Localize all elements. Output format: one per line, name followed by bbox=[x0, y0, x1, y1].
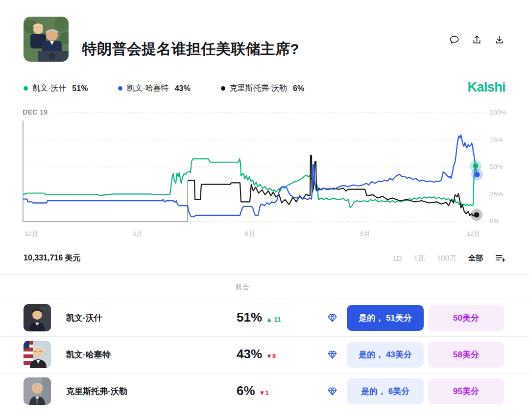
legend-dot-blue bbox=[118, 86, 122, 91]
chart-legend: 凯文·沃什 51% 凯文·哈塞特 43% 克里斯托弗·沃勒 6% bbox=[24, 83, 304, 93]
hassett-avatar bbox=[24, 341, 51, 368]
gem-icon[interactable] bbox=[327, 350, 337, 360]
comment-icon[interactable] bbox=[448, 33, 460, 46]
gem-icon[interactable] bbox=[327, 386, 337, 397]
legend-item-hassett[interactable]: 凯文·哈塞特 43% bbox=[118, 83, 190, 93]
legend-label: 凯文·沃什 bbox=[32, 83, 66, 93]
waller-avatar bbox=[24, 377, 51, 405]
market-row-waller[interactable]: 克里斯托弗·沃勒 6% ▼1 是的， 6美分 95美分 bbox=[0, 373, 529, 410]
divider bbox=[0, 410, 529, 410]
probability-value: 43% bbox=[237, 347, 262, 362]
share-icon[interactable] bbox=[470, 33, 483, 46]
probability-value: 6% bbox=[237, 383, 255, 398]
candidate-name: 凯文·沃什 bbox=[66, 312, 102, 324]
legend-dot-green bbox=[24, 86, 28, 91]
gem-icon[interactable] bbox=[327, 313, 337, 323]
price-chart-svg bbox=[0, 105, 529, 245]
trump-powell-photo bbox=[24, 17, 69, 62]
buy-yes-button[interactable]: 是的， 6美分 bbox=[347, 378, 424, 404]
legend-pct: 6% bbox=[293, 84, 304, 93]
legend-dot-black bbox=[221, 86, 225, 91]
odds-group: 6% ▼1 bbox=[237, 383, 269, 398]
legend-item-waller[interactable]: 克里斯托弗·沃勒 6% bbox=[221, 83, 304, 93]
legend-pct: 51% bbox=[72, 84, 88, 93]
candidate-name: 克里斯托弗·沃勒 bbox=[66, 386, 127, 397]
market-row-warsh[interactable]: 凯文·沃什 51% ▲ 11 是的， 51美分 50美分 bbox=[0, 300, 529, 336]
candidate-name: 凯文·哈塞特 bbox=[66, 349, 111, 360]
probability-delta: ▼6 bbox=[266, 352, 276, 360]
legend-pct: 43% bbox=[175, 84, 191, 93]
price-chart[interactable]: DEC 19 100%75%50%25%0% 12月3月6月9月12月 bbox=[0, 105, 529, 245]
download-icon[interactable] bbox=[493, 33, 505, 46]
page-title: 特朗普会提名谁担任美联储主席? bbox=[82, 39, 299, 59]
divider bbox=[0, 274, 529, 275]
probability-delta: ▼1 bbox=[259, 389, 269, 397]
odds-group: 43% ▼6 bbox=[237, 347, 276, 362]
buy-no-button[interactable]: 50美分 bbox=[428, 305, 504, 331]
legend-item-warsh[interactable]: 凯文·沃什 51% bbox=[24, 83, 88, 93]
range-option-1m[interactable]: 100万 bbox=[437, 254, 457, 263]
range-selector: 1D 1瓦 100万 全部 bbox=[392, 253, 505, 263]
header-actions bbox=[448, 33, 505, 46]
kalshi-logo: Kalshi bbox=[468, 80, 505, 95]
buy-yes-button[interactable]: 是的， 43美分 bbox=[347, 342, 424, 368]
volume-total: 10,331,716 美元 bbox=[24, 253, 81, 263]
warsh-avatar bbox=[24, 304, 51, 331]
buy-no-button[interactable]: 58美分 bbox=[428, 342, 504, 368]
range-option-1d[interactable]: 1D bbox=[392, 254, 402, 262]
range-option-1w[interactable]: 1瓦 bbox=[414, 254, 425, 263]
chart-settings-icon[interactable] bbox=[495, 253, 505, 263]
market-row-hassett[interactable]: 凯文·哈塞特 43% ▼6 是的， 43美分 58美分 bbox=[0, 336, 529, 373]
range-option-all[interactable]: 全部 bbox=[468, 254, 483, 263]
buy-no-button[interactable]: 95美分 bbox=[428, 378, 504, 404]
market-page: 特朗普会提名谁担任美联储主席? 凯文·沃什 51% 凯文·哈塞特 4 bbox=[0, 0, 529, 420]
legend-label: 克里斯托弗·沃勒 bbox=[230, 83, 287, 93]
probability-value: 51% bbox=[237, 310, 262, 325]
legend-label: 凯文·哈塞特 bbox=[127, 83, 168, 93]
odds-group: 51% ▲ 11 bbox=[237, 310, 281, 325]
buy-yes-button[interactable]: 是的， 51美分 bbox=[347, 305, 424, 331]
probability-delta: ▲ 11 bbox=[266, 316, 281, 323]
divider bbox=[0, 299, 529, 299]
chart-annotation: DEC 19 bbox=[23, 108, 48, 116]
chance-column-header: 机会 bbox=[236, 283, 249, 292]
event-avatar bbox=[24, 17, 69, 62]
